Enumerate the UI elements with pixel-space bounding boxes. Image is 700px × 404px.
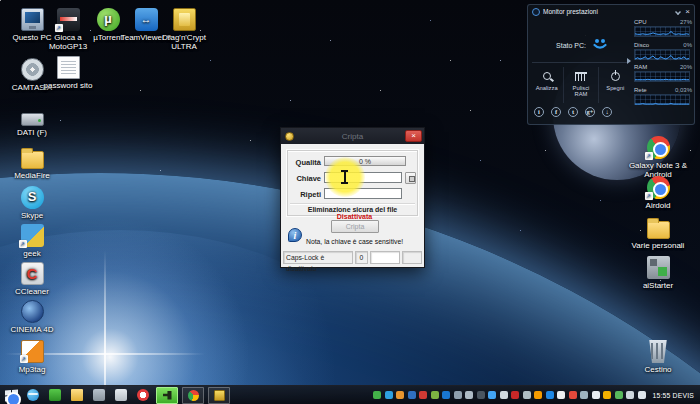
- tray-icon[interactable]: [626, 391, 634, 399]
- tray-icon[interactable]: [580, 391, 588, 399]
- icon-label: DATI (F): [6, 128, 58, 137]
- encrypt-button[interactable]: Cripta: [331, 220, 379, 233]
- tray-icon[interactable]: [603, 391, 611, 399]
- teamviewer-icon: ↔: [135, 8, 158, 31]
- divider: [532, 62, 628, 63]
- capslock-status: Caps-Lock è disattivato: [283, 251, 353, 264]
- info-icon[interactable]: i: [534, 107, 544, 117]
- network-meter: Rete0,03%: [634, 87, 694, 105]
- tray-icon[interactable]: [592, 391, 600, 399]
- desktop-icon-varie-personali[interactable]: Varie personali: [628, 218, 688, 250]
- tray-icon[interactable]: [373, 391, 381, 399]
- expand-arrow-icon[interactable]: [627, 58, 631, 64]
- taskbar-button-attention[interactable]: [156, 387, 178, 404]
- download-icon[interactable]: ↓: [602, 107, 612, 117]
- tray-icon[interactable]: [431, 391, 439, 399]
- taskbar-button-dragncrypt[interactable]: [208, 387, 230, 404]
- icon-label: Drag'n'Crypt ULTRA: [158, 33, 210, 51]
- shutdown-button[interactable]: Spegni: [599, 67, 632, 103]
- ram-graph: [634, 71, 690, 82]
- tray-icon[interactable]: [465, 391, 473, 399]
- desktop-icon-ccleaner[interactable]: C CCleaner: [6, 262, 58, 296]
- tray-icon[interactable]: [557, 391, 565, 399]
- desktop-icon-geek[interactable]: ↗ geek: [6, 224, 58, 258]
- motogp-icon: ↗: [57, 8, 80, 31]
- tray-icon[interactable]: [534, 391, 542, 399]
- pinned-app-icon[interactable]: [137, 389, 149, 401]
- desktop-icon-password-sito[interactable]: password sito: [42, 56, 94, 90]
- tray-icon[interactable]: [569, 391, 577, 399]
- dialog-body: Qualità 0 % Chiave Ripeti Eliminazione s…: [281, 144, 424, 268]
- pinned-app-icon[interactable]: [93, 389, 105, 401]
- tray-icon[interactable]: [385, 391, 393, 399]
- utorrent-icon: µ: [97, 8, 120, 31]
- desktop-icon-aistarter[interactable]: aiStarter: [628, 256, 688, 290]
- stars: [0, 0, 1, 1]
- icon-label: Airdoid: [628, 201, 688, 210]
- shortcut-arrow-icon: ↗: [55, 24, 63, 32]
- monitor-title: Monitor prestazioni: [543, 8, 675, 15]
- secure-delete-row[interactable]: Eliminazione sicura del file Disattivata: [288, 206, 417, 220]
- desktop-icon-airdoid[interactable]: ↗ Airdoid: [628, 176, 688, 210]
- desktop-icon-cinema4d[interactable]: CINEMA 4D: [6, 300, 58, 334]
- taskbar: 15:55 DEVIS: [0, 385, 700, 404]
- dialog-titlebar[interactable]: Cripta ×: [281, 128, 424, 144]
- tray-icon[interactable]: [442, 391, 450, 399]
- shortcut-arrow-icon: ↗: [645, 152, 653, 160]
- tray-icon[interactable]: [396, 391, 404, 399]
- pinned-app-icon[interactable]: [115, 389, 127, 401]
- camtasia-recorder-icon[interactable]: [49, 389, 61, 401]
- desktop-icon-dragncrypt[interactable]: Drag'n'Crypt ULTRA: [158, 8, 210, 51]
- clean-ram-button[interactable]: Pulisci RAM: [564, 67, 598, 103]
- desktop-icon-galaxy-note[interactable]: ↗ Galaxy Note 3 & Android: [628, 136, 688, 179]
- close-icon[interactable]: ×: [685, 8, 690, 16]
- key-input[interactable]: [324, 172, 402, 183]
- internet-explorer-icon[interactable]: [27, 389, 39, 401]
- desktop-icon-skype[interactable]: S Skype: [6, 186, 58, 220]
- meter-value: 20%: [680, 64, 692, 71]
- close-button[interactable]: ×: [405, 130, 422, 142]
- tray-icon[interactable]: [615, 391, 623, 399]
- computer-icon: [21, 8, 44, 31]
- tray-icon[interactable]: [500, 391, 508, 399]
- file-explorer-icon[interactable]: [71, 389, 83, 401]
- tray-icon[interactable]: [477, 391, 485, 399]
- disk-meter: Disco0%: [634, 42, 694, 60]
- cpu-meter: CPU27%: [634, 19, 694, 37]
- desktop-icon-mediafire[interactable]: MediaFire: [6, 148, 58, 180]
- key-options-button[interactable]: [405, 172, 416, 184]
- googleplus-icon[interactable]: g+: [585, 107, 595, 117]
- recycle-bin-icon: [647, 340, 670, 363]
- facebook-icon[interactable]: f: [551, 107, 561, 117]
- key-label: Chiave: [288, 174, 321, 183]
- collapse-icon[interactable]: [675, 9, 681, 15]
- smiley-icon: [592, 37, 608, 51]
- social-row: i f t g+ ↓: [534, 107, 612, 117]
- twitter-icon[interactable]: t: [568, 107, 578, 117]
- icon-label: aiStarter: [628, 281, 688, 290]
- desktop-icon-mp3tag[interactable]: ↗ Mp3tag: [6, 340, 58, 374]
- icon-label: Skype: [6, 211, 58, 220]
- desktop-icon-cestino[interactable]: Cestino: [628, 340, 688, 374]
- taskbar-clock[interactable]: 15:55 DEVIS: [653, 392, 695, 399]
- tray-icon[interactable]: [638, 391, 646, 399]
- desktop-icon-dati-f[interactable]: DATI (F): [6, 108, 58, 137]
- repeat-input[interactable]: [324, 188, 402, 199]
- tray-icon[interactable]: [511, 391, 519, 399]
- monitor-header[interactable]: Monitor prestazioni ×: [528, 5, 694, 18]
- tray-icon[interactable]: [454, 391, 462, 399]
- tray-icon[interactable]: [408, 391, 416, 399]
- folder-icon: [21, 151, 44, 169]
- shortcut-arrow-icon: ↗: [19, 240, 27, 248]
- icon-label: Varie personali: [628, 241, 688, 250]
- secure-delete-label: Eliminazione sicura del file: [308, 206, 397, 213]
- pc-status-row: Stato PC:: [534, 37, 630, 51]
- status-field: [370, 251, 400, 264]
- tray-icon[interactable]: [419, 391, 427, 399]
- tray-icon[interactable]: [488, 391, 496, 399]
- cinema4d-icon: [21, 300, 44, 323]
- taskbar-button-chrome[interactable]: [182, 387, 204, 404]
- analyze-button[interactable]: Analizza: [530, 67, 564, 103]
- tray-icon[interactable]: [523, 391, 531, 399]
- tray-icon[interactable]: [546, 391, 554, 399]
